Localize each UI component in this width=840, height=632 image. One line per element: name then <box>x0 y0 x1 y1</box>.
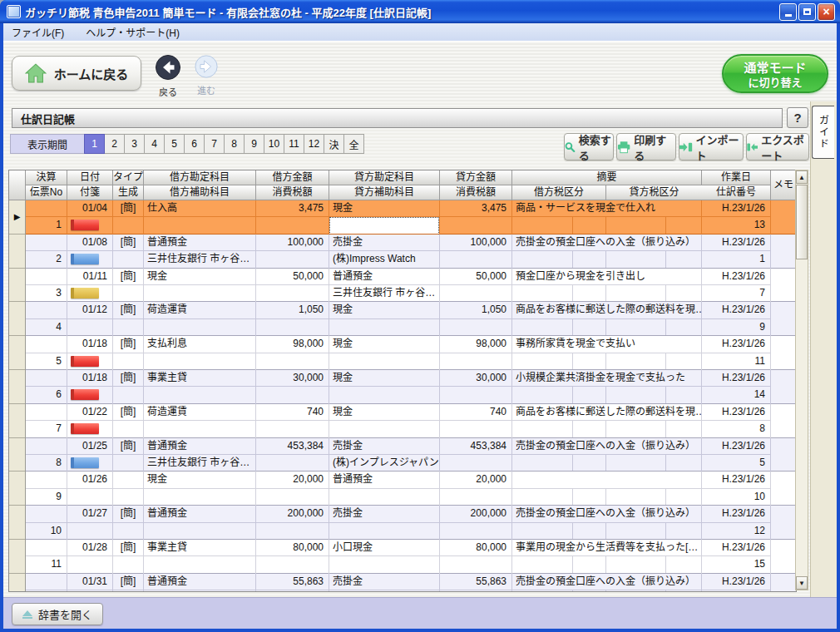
cell-date[interactable]: 01/31 <box>67 574 112 590</box>
cell-type[interactable]: [簡] <box>113 235 143 251</box>
cell-denpyo-no[interactable] <box>26 590 67 591</box>
menu-item[interactable]: ヘルプ・サポート(H) <box>86 25 180 39</box>
cell-type[interactable] <box>113 472 143 488</box>
cell-seisei[interactable] <box>113 489 143 506</box>
cell-journal-no[interactable]: 8 <box>702 421 770 437</box>
period-tab-11[interactable]: 11 <box>284 134 304 154</box>
cell-kessan[interactable] <box>26 336 67 353</box>
cell-work-date[interactable]: H.23/1/26 <box>702 438 770 455</box>
cell-journal-no[interactable] <box>702 590 770 591</box>
period-tab-4[interactable]: 4 <box>144 134 165 154</box>
cell-memo[interactable] <box>771 370 796 404</box>
cell-credit-account[interactable]: 売掛金 <box>329 438 439 455</box>
cell-work-date[interactable]: H.23/1/26 <box>702 506 770 522</box>
cell-journal-no[interactable]: 7 <box>702 285 770 302</box>
cell-summary[interactable]: 小規模企業共済掛金を現金で支払った <box>512 370 701 387</box>
cell-debit-tax[interactable] <box>256 251 329 268</box>
cell-debit-account[interactable]: 仕入高 <box>144 200 255 217</box>
scroll-down-button[interactable]: ▼ <box>796 576 808 590</box>
cell-credit-amount[interactable]: 740 <box>440 404 511 421</box>
cell-debit-sub[interactable]: 三井住友銀行 市ヶ谷… <box>144 455 255 472</box>
cell-debit-amount[interactable]: 50,000 <box>256 269 329 285</box>
cell-denpyo-no[interactable]: 1 <box>26 217 67 234</box>
cell-journal-no[interactable]: 15 <box>702 556 770 573</box>
row-selector-cell[interactable] <box>9 404 25 438</box>
open-dictionary-button[interactable]: 辞書を開く <box>12 603 103 625</box>
import-button[interactable]: インポート <box>679 133 744 160</box>
cell-debit-amount[interactable]: 1,050 <box>256 302 329 318</box>
maximize-button[interactable] <box>798 3 816 21</box>
cell-summary[interactable]: 売掛金の預金口座への入金（振り込み） <box>512 438 701 455</box>
cell-debit-amount[interactable]: 30,000 <box>256 370 329 387</box>
cell-work-date[interactable]: H.23/1/26 <box>702 302 770 318</box>
fusen-tag[interactable] <box>71 356 99 367</box>
row-selector-cell[interactable] <box>9 336 25 370</box>
period-tab-6[interactable]: 6 <box>184 134 205 154</box>
cell-credit-amount[interactable]: 50,000 <box>440 269 511 285</box>
table-row[interactable]: 01/31 [簡] 普通預金 55,863 売掛金 55,863 売掛金の預金口… <box>9 574 796 591</box>
cell-date[interactable]: 01/18 <box>67 370 112 387</box>
cell-tax-classes[interactable] <box>512 556 701 573</box>
cell-summary[interactable]: 預金口座から現金を引き出し <box>512 269 701 285</box>
cell-debit-sub[interactable] <box>144 489 255 506</box>
vertical-scrollbar[interactable]: ▲ ▼ <box>795 170 808 590</box>
period-tab-2[interactable]: 2 <box>104 134 125 154</box>
table-row[interactable]: ▶ 1 01/04 [簡] 仕入高 3,475 現金 3,475 <box>9 200 796 235</box>
cell-kessan[interactable] <box>26 472 67 488</box>
cell-memo[interactable] <box>771 540 796 574</box>
cell-summary[interactable]: 商品をお客様に郵送した際の郵送料を現… <box>512 404 701 421</box>
cell-type[interactable]: [簡] <box>113 370 143 387</box>
cell-journal-no[interactable]: 1 <box>702 251 770 268</box>
cell-memo[interactable] <box>771 506 796 540</box>
cell-debit-account[interactable]: 事業主貸 <box>144 540 255 556</box>
cell-summary[interactable]: 商品をお客様に郵送した際の郵送料を現… <box>512 302 701 318</box>
cell-debit-amount[interactable]: 100,000 <box>256 235 329 251</box>
cell-credit-amount[interactable]: 200,000 <box>440 506 511 522</box>
cell-denpyo-no[interactable]: 4 <box>26 319 67 336</box>
cell-debit-tax[interactable] <box>256 421 329 437</box>
cell-memo[interactable] <box>771 235 796 269</box>
period-tab-7[interactable]: 7 <box>204 134 225 154</box>
cell-debit-sub[interactable] <box>144 353 255 370</box>
forward-button[interactable]: 進む <box>188 54 225 96</box>
cell-credit-sub[interactable] <box>329 421 439 437</box>
cell-debit-tax[interactable] <box>256 353 329 370</box>
cell-debit-amount[interactable]: 740 <box>256 404 329 421</box>
cell-credit-amount[interactable]: 3,475 <box>440 200 511 217</box>
cell-journal-no[interactable]: 10 <box>702 489 770 506</box>
cell-memo[interactable] <box>771 438 796 472</box>
cell-summary[interactable]: 売掛金の預金口座への入金（振り込み） <box>512 235 701 251</box>
cell-kessan[interactable] <box>26 404 67 421</box>
period-tab-決[interactable]: 決 <box>324 134 344 154</box>
cell-credit-account[interactable]: 現金 <box>329 302 439 318</box>
cell-credit-tax[interactable] <box>440 387 511 403</box>
cell-type[interactable]: [簡] <box>113 438 143 455</box>
table-row[interactable]: 8 01/25 [簡] 普通預金 三井住友銀行 市ヶ谷… 453,384 売掛金… <box>9 438 796 472</box>
cell-tax-classes[interactable] <box>512 319 701 336</box>
cell-tax-classes[interactable] <box>512 387 701 403</box>
fusen-tag[interactable] <box>71 457 99 468</box>
cell-credit-account[interactable]: 現金 <box>329 370 439 387</box>
row-selector-cell[interactable] <box>9 269 25 303</box>
cell-debit-sub[interactable]: 三井住友銀行 市ヶ谷… <box>144 251 255 268</box>
period-tab-1[interactable]: 1 <box>84 134 105 154</box>
cell-journal-no[interactable]: 13 <box>702 217 770 234</box>
cell-debit-tax[interactable] <box>256 556 329 573</box>
cell-date[interactable]: 01/27 <box>67 506 112 522</box>
cell-credit-account[interactable]: 現金 <box>329 404 439 421</box>
cell-debit-amount[interactable]: 200,000 <box>256 506 329 522</box>
cell-debit-account[interactable]: 普通預金 <box>144 438 255 455</box>
cell-seisei[interactable] <box>113 285 143 302</box>
cell-debit-sub[interactable] <box>144 387 255 403</box>
cell-credit-tax[interactable] <box>440 421 511 437</box>
cell-credit-sub[interactable] <box>329 387 439 403</box>
scrollbar-thumb[interactable] <box>796 185 808 259</box>
cell-tax-classes[interactable] <box>512 523 701 540</box>
cell-credit-sub[interactable] <box>329 353 439 370</box>
cell-debit-amount[interactable]: 55,863 <box>256 574 329 590</box>
cell-type[interactable]: [簡] <box>113 404 143 421</box>
table-row[interactable]: 2 01/08 [簡] 普通預金 三井住友銀行 市ヶ谷… 100,000 売掛金… <box>9 235 796 269</box>
cell-credit-sub[interactable] <box>329 523 439 540</box>
cell-summary[interactable]: 売掛金の預金口座への入金（振り込み） <box>512 574 701 590</box>
fusen-tag[interactable] <box>71 288 99 299</box>
